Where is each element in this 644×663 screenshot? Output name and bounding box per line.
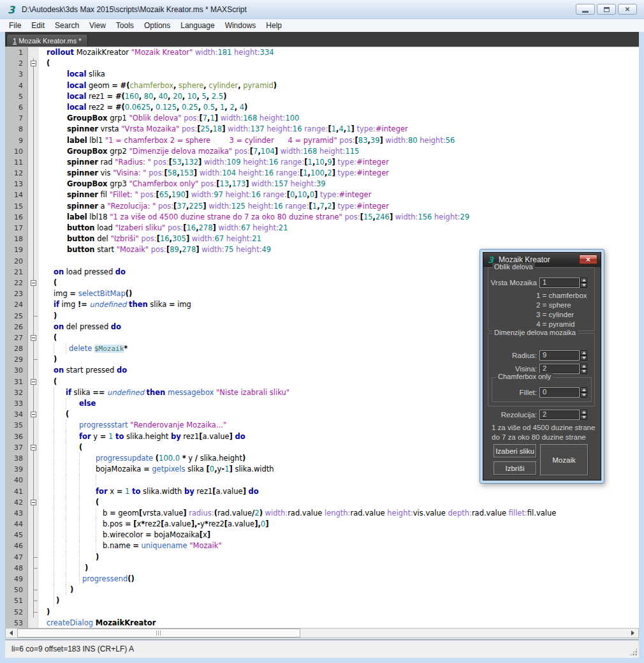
line-number[interactable]: 31 xyxy=(5,376,28,387)
line-number[interactable]: 24 xyxy=(5,299,28,310)
fold-toggle-icon[interactable] xyxy=(28,376,39,387)
code-line[interactable]: 6local rez2 = #(0.0625, 0.125, 0.25, 0.5… xyxy=(5,102,639,113)
spinner-field-vrsta[interactable]: 1 xyxy=(539,278,580,288)
line-number[interactable]: 12 xyxy=(5,168,28,179)
code-line[interactable]: 9label lbl1 "1 = chamferbox 2 = sphere 3… xyxy=(5,135,639,146)
fold-toggle-icon[interactable] xyxy=(28,442,39,453)
line-number[interactable]: 7 xyxy=(5,113,28,124)
izaberi-sliku-button[interactable]: Izaberi sliku xyxy=(494,444,536,458)
code-line[interactable]: 45b.wirecolor = bojaMozaika[x] xyxy=(5,530,639,540)
spinner-down-icon[interactable] xyxy=(580,369,587,374)
code-line[interactable]: 10GroupBox grp2 "Dimenzije delova mozaik… xyxy=(5,146,639,157)
line-number[interactable]: 14 xyxy=(5,190,28,200)
line-number[interactable]: 5 xyxy=(5,91,28,102)
line-number[interactable]: 47 xyxy=(5,552,28,563)
line-number[interactable]: 53 xyxy=(5,618,28,628)
line-number[interactable]: 48 xyxy=(5,563,28,574)
line-number[interactable]: 8 xyxy=(5,124,28,135)
spinner-up-icon[interactable] xyxy=(580,278,587,283)
line-number[interactable]: 42 xyxy=(5,497,28,508)
code-line[interactable]: 13GroupBox grp3 "Chamferbox only" pos:[1… xyxy=(5,179,639,190)
line-number[interactable]: 51 xyxy=(5,595,28,606)
spinner-down-icon[interactable] xyxy=(580,283,587,288)
menu-view[interactable]: View xyxy=(84,19,111,32)
line-number[interactable]: 18 xyxy=(5,234,28,244)
code-line[interactable]: 14spinner fil "Fillet: " pos:[65,190] wi… xyxy=(5,190,639,200)
line-number[interactable]: 35 xyxy=(5,420,28,431)
code-line[interactable]: 42( xyxy=(5,497,639,508)
izbrisi-button[interactable]: Izbriši xyxy=(494,461,536,475)
code-line[interactable]: 52) xyxy=(5,607,639,618)
code-line[interactable]: 48) xyxy=(5,563,639,574)
code-line[interactable]: 3local slika xyxy=(5,69,639,80)
close-button[interactable]: ✕ xyxy=(618,4,637,15)
line-number[interactable]: 19 xyxy=(5,244,28,255)
line-number[interactable]: 29 xyxy=(5,354,28,365)
line-number[interactable]: 23 xyxy=(5,288,28,299)
line-number[interactable]: 13 xyxy=(5,179,28,190)
code-line[interactable]: 46b.name = uniquename "Mozaik" xyxy=(5,540,639,551)
code-line[interactable]: 16label lbl18 "1 za više od 4500 duzine … xyxy=(5,212,639,223)
code-line[interactable]: 49progressend() xyxy=(5,574,639,585)
line-number[interactable]: 43 xyxy=(5,508,28,519)
line-number[interactable]: 9 xyxy=(5,135,28,146)
app-icon[interactable]: 3 xyxy=(6,4,17,15)
code-line[interactable]: 11spinner rad "Radius: " pos:[53,132] wi… xyxy=(5,157,639,168)
line-number[interactable]: 6 xyxy=(5,102,28,113)
line-number[interactable]: 17 xyxy=(5,223,28,234)
line-number[interactable]: 40 xyxy=(5,475,28,486)
scroll-right-arrow-icon[interactable] xyxy=(628,629,638,637)
spinner-up-icon[interactable] xyxy=(580,410,587,415)
line-number[interactable]: 15 xyxy=(5,201,28,212)
line-number[interactable]: 50 xyxy=(5,585,28,595)
line-number[interactable]: 46 xyxy=(5,540,28,551)
code-line[interactable]: 43b = geom[vrsta.value] radius:(rad.valu… xyxy=(5,508,639,519)
code-line[interactable]: 4local geom = #(chamferbox, sphere, cyli… xyxy=(5,80,639,91)
line-number[interactable]: 25 xyxy=(5,311,28,322)
spinner-field-fillet[interactable]: 0 xyxy=(539,387,580,398)
code-line[interactable]: 17button load "Izaberi sliku" pos:[16,27… xyxy=(5,223,639,234)
menu-language[interactable]: Language xyxy=(175,19,219,32)
spinner-down-icon[interactable] xyxy=(580,355,587,361)
restore-button[interactable] xyxy=(597,4,616,15)
fold-toggle-icon[interactable] xyxy=(28,332,39,343)
line-number[interactable]: 32 xyxy=(5,387,28,398)
code-line[interactable]: 2( xyxy=(5,58,639,69)
code-line[interactable]: 41for x = 1 to slika.width by rez1[a.val… xyxy=(5,486,639,497)
scrollbar-thumb[interactable] xyxy=(17,629,300,637)
line-number[interactable]: 39 xyxy=(5,464,28,475)
line-number[interactable]: 1 xyxy=(5,47,28,58)
code-line[interactable]: 50) xyxy=(5,585,639,595)
menu-search[interactable]: Search xyxy=(50,19,84,32)
line-number[interactable]: 21 xyxy=(5,267,28,278)
code-line[interactable]: 12spinner vis "Visina: " pos:[58,153] wi… xyxy=(5,168,639,179)
scroll-left-arrow-icon[interactable] xyxy=(6,629,16,637)
horizontal-scrollbar[interactable] xyxy=(5,628,639,638)
line-number[interactable]: 30 xyxy=(5,365,28,376)
line-number[interactable]: 4 xyxy=(5,80,28,91)
menu-file[interactable]: File xyxy=(4,19,26,32)
code-line[interactable]: 51) xyxy=(5,595,639,606)
code-line[interactable]: 15spinner a "Rezolucija: " pos:[37,225] … xyxy=(5,201,639,212)
menu-tools[interactable]: Tools xyxy=(111,19,139,32)
line-number[interactable]: 3 xyxy=(5,69,28,80)
line-number[interactable]: 49 xyxy=(5,574,28,585)
code-line[interactable]: 44b.pos = [x*rez2[a.value],-y*rez2[a.val… xyxy=(5,519,639,530)
fold-toggle-icon[interactable] xyxy=(28,497,39,508)
code-line[interactable]: 53createDialog MozaikKreator xyxy=(5,618,639,628)
menu-help[interactable]: Help xyxy=(261,19,287,32)
fold-toggle-icon[interactable] xyxy=(28,58,39,69)
spinner-down-icon[interactable] xyxy=(580,415,587,420)
resize-grip-icon[interactable] xyxy=(629,648,638,656)
menu-edit[interactable]: Edit xyxy=(26,19,50,32)
line-number[interactable]: 44 xyxy=(5,519,28,530)
line-number[interactable]: 28 xyxy=(5,343,28,354)
line-number[interactable]: 36 xyxy=(5,431,28,442)
line-number[interactable]: 33 xyxy=(5,398,28,409)
line-number[interactable]: 11 xyxy=(5,157,28,168)
mozaik-button[interactable]: Mozaik xyxy=(540,444,588,475)
menu-windows[interactable]: Windows xyxy=(220,19,261,32)
menu-options[interactable]: Options xyxy=(139,19,175,32)
line-number[interactable]: 37 xyxy=(5,442,28,453)
spinner-up-icon[interactable] xyxy=(580,364,587,369)
